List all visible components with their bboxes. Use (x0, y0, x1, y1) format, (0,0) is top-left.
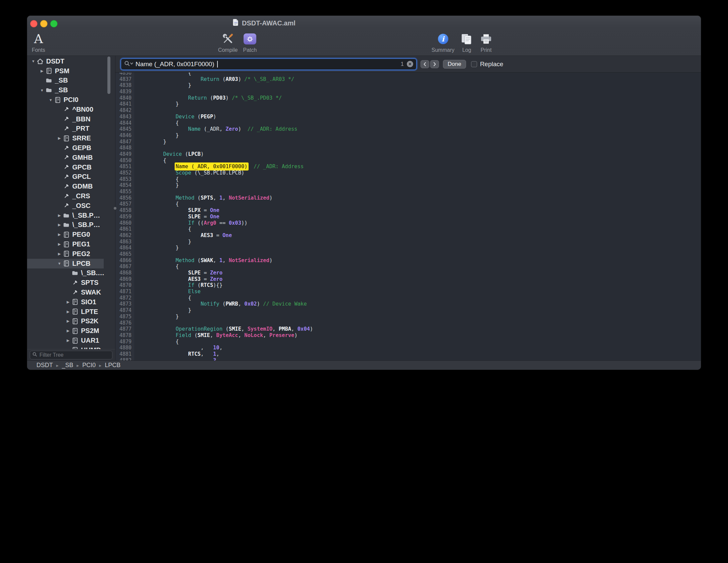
disclosure-triangle-icon[interactable] (65, 300, 71, 304)
tree-item-11-gpcb[interactable]: GPCB (27, 162, 104, 172)
text-caret (217, 61, 218, 68)
tree-item-6-bbn[interactable]: _BBN (27, 114, 104, 124)
code-line: AES3 = Zero (138, 276, 701, 283)
tree-item-18-peg0[interactable]: PEG0 (27, 230, 104, 239)
code-line: Device (PEGP) (138, 114, 701, 120)
done-button[interactable]: Done (443, 60, 466, 69)
close-button[interactable] (30, 20, 37, 27)
code-editor[interactable]: 4836483748384839484048414842484348444845… (115, 73, 701, 360)
code-line: } (138, 314, 701, 320)
tree-item-12-gpcl[interactable]: GPCL (27, 172, 104, 182)
disclosure-triangle-icon[interactable] (57, 242, 62, 246)
method-icon (62, 203, 70, 208)
search-query-text: Name (_ADR, 0x001F0000) (135, 61, 214, 68)
window-title-group: DSDT-AWAC.aml (233, 19, 295, 27)
tree-item-22-sb[interactable]: \_SB.… (27, 268, 104, 278)
disclosure-triangle-icon[interactable] (57, 252, 62, 256)
splitter-handle[interactable] (114, 207, 116, 210)
disclosure-triangle-icon[interactable] (65, 310, 71, 314)
tree-item-17-sbp[interactable]: \_SB.P… (27, 220, 104, 230)
line-number: 4869 (115, 276, 131, 283)
find-previous-button[interactable] (421, 60, 429, 68)
tree-item-label: HUMD (81, 346, 101, 349)
disclosure-triangle-icon[interactable] (57, 261, 62, 265)
code-line: Else (138, 289, 701, 295)
tree-item-2-sb[interactable]: _SB (27, 76, 104, 86)
fonts-toolbar-button[interactable]: A Fonts (27, 31, 54, 53)
clear-search-icon[interactable] (407, 61, 413, 67)
document-proxy-icon[interactable] (233, 19, 239, 27)
replace-option: Replace (471, 61, 504, 68)
code-line: Method (SWAK, 1, NotSerialized) (138, 257, 701, 264)
tree-item-13-gdmb[interactable]: GDMB (27, 182, 104, 191)
code-line: If (RTCS){} (138, 282, 701, 289)
filter-tree-field[interactable] (30, 351, 112, 359)
line-number-gutter: 4836483748384839484048414842484348444845… (115, 73, 135, 360)
find-next-button[interactable] (430, 60, 439, 68)
code-line: SLPE = Zero (138, 270, 701, 276)
disclosure-triangle-icon[interactable] (39, 69, 45, 73)
search-input[interactable]: Name (_ADR, 0x001F0000) 1 (121, 59, 417, 70)
tree-item-3-sb[interactable]: _SB (27, 85, 104, 95)
line-number: 4862 (115, 232, 131, 239)
breadcrumb-item[interactable]: DSDT (36, 362, 53, 369)
breadcrumb-item[interactable]: PCI0 (73, 362, 96, 369)
tree-item-label: PS2M (81, 327, 99, 335)
tree-item-20-peg2[interactable]: PEG2 (27, 249, 104, 259)
patch-toolbar-button[interactable]: Patch (235, 31, 265, 53)
search-menu-icon[interactable] (124, 61, 133, 68)
disclosure-triangle-icon[interactable] (65, 338, 71, 343)
tree-item-15-osc[interactable]: _OSC (27, 201, 104, 211)
tree-item-24-swak[interactable]: SWAK (27, 288, 104, 297)
tree-item-4-pci0[interactable]: PCI0 (27, 95, 104, 105)
code-line: } (138, 307, 701, 314)
tree-item-5-bn00[interactable]: ^BN00 (27, 105, 104, 114)
tree-item-27-ps2k[interactable]: PS2K (27, 317, 104, 326)
tree-item-10-gmhb[interactable]: GMHB (27, 153, 104, 162)
code-line (138, 107, 701, 114)
print-toolbar-button[interactable]: Print (471, 31, 501, 53)
replace-checkbox[interactable] (471, 61, 477, 67)
disclosure-triangle-icon[interactable] (48, 98, 54, 102)
tree-item-21-lpcb[interactable]: LPCB (27, 259, 104, 268)
line-number: 4879 (115, 339, 131, 345)
disclosure-triangle-icon[interactable] (65, 319, 71, 323)
breadcrumb-item[interactable]: LPCB (96, 362, 120, 369)
tree-item-23-spts[interactable]: SPTS (27, 278, 104, 288)
sidebar-scrollbar[interactable] (107, 57, 110, 94)
method-icon (71, 280, 79, 286)
document-icon (62, 251, 70, 257)
tree-item-28-ps2m[interactable]: PS2M (27, 326, 104, 336)
disclosure-triangle-icon[interactable] (57, 213, 62, 218)
disclosure-triangle-icon[interactable] (57, 136, 62, 140)
tree-item-16-sbp[interactable]: \_SB.P… (27, 211, 104, 220)
tree-item-9-gepb[interactable]: GEPB (27, 143, 104, 153)
tree-item-30-humd[interactable]: HUMD (27, 345, 104, 349)
tree-item-7-prt[interactable]: _PRT (27, 124, 104, 134)
disclosure-triangle-icon[interactable] (57, 232, 62, 237)
zoom-button[interactable] (50, 20, 58, 27)
disclosure-triangle-icon[interactable] (57, 223, 62, 227)
tree-item-29-uar1[interactable]: UAR1 (27, 336, 104, 345)
breadcrumb-item[interactable]: _SB (53, 362, 73, 369)
tree-item-14-crs[interactable]: _CRS (27, 191, 104, 201)
tree-item-0-dsdt[interactable]: DSDT (27, 57, 104, 66)
home-icon (36, 59, 44, 64)
minimize-button[interactable] (40, 20, 48, 27)
breadcrumb: DSDT_SBPCI0LPCB (36, 362, 120, 369)
tree-item-label: GDMB (72, 183, 93, 190)
disclosure-triangle-icon[interactable] (39, 88, 45, 92)
tree-item-26-lpte[interactable]: LPTE (27, 307, 104, 317)
code-line (138, 251, 701, 257)
code-line: } (138, 245, 701, 251)
find-bar: Name (_ADR, 0x001F0000) 1 Done (115, 56, 701, 73)
gear-icon (244, 33, 256, 44)
tree-item-8-srre[interactable]: SRRE (27, 133, 104, 143)
disclosure-triangle-icon[interactable] (30, 59, 36, 63)
filter-tree-input[interactable] (39, 352, 110, 358)
tree-item-19-peg1[interactable]: PEG1 (27, 239, 104, 249)
disclosure-triangle-icon[interactable] (65, 329, 71, 333)
tree-item-25-sio1[interactable]: SIO1 (27, 297, 104, 307)
tree-item-1-psm[interactable]: PSM (27, 66, 104, 76)
line-number: 4864 (115, 245, 131, 251)
